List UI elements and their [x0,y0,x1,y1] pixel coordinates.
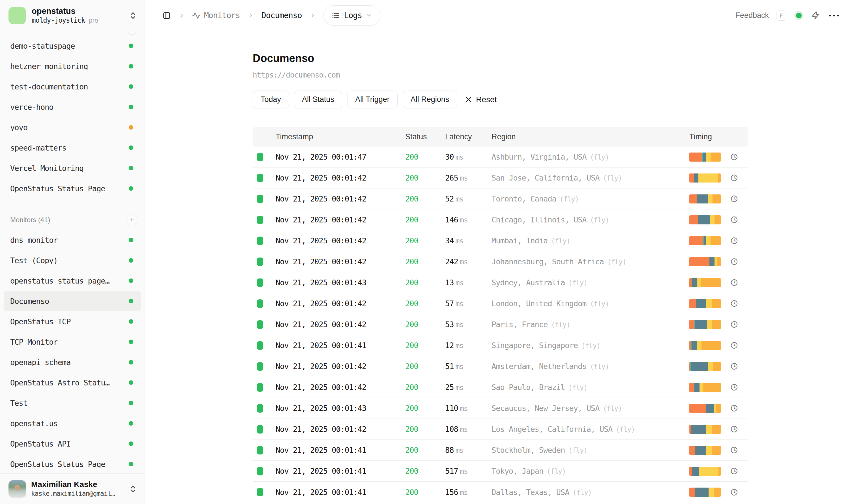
table-row[interactable]: Nov 21, 2025 00:01:41 200 156ms Dallas, … [253,482,748,503]
filter-trigger[interactable]: All Trigger [347,91,397,108]
sidebar-monitor-dns-monitor[interactable]: dns monitor [4,230,141,250]
timing-bar[interactable] [689,425,721,434]
timing-bar[interactable] [689,194,721,203]
table-row[interactable]: Nov 21, 2025 00:01:42 200 34ms Mumbai, I… [253,230,748,251]
sidebar-page-speed-matters[interactable]: speed-matters [4,138,141,158]
timing-bar[interactable] [689,404,721,413]
sidebar-monitor-openstatus-api[interactable]: OpenStatus API [4,434,141,454]
timing-bar[interactable] [689,215,721,224]
status-dot [129,401,133,405]
row-latency-value: 517 [445,467,458,475]
col-latency[interactable]: Latency [445,132,492,141]
filter-regions[interactable]: All Regions [403,91,457,108]
view-selector-logs[interactable]: Logs [323,5,380,26]
timing-bar[interactable] [689,299,721,308]
sidebar-monitor-openapi-schema[interactable]: openapi schema [4,352,141,373]
sidebar-toggle-icon[interactable] [163,12,171,19]
more-options-button[interactable] [827,13,840,18]
row-latency-value: 242 [445,257,458,266]
status-dot [129,258,133,263]
table-row[interactable]: Nov 21, 2025 00:01:42 200 57ms London, U… [253,293,748,314]
row-status-indicator [257,278,263,287]
col-timing[interactable]: Timing [689,132,748,141]
add-monitor-button[interactable] [126,215,137,225]
row-region: Chicago, Illinois, USA [492,215,587,224]
feedback-button[interactable]: Feedback [735,11,769,20]
table-row[interactable]: Nov 21, 2025 00:01:41 200 88ms Stockholm… [253,440,748,461]
timing-bar[interactable] [689,152,721,162]
sidebar-page-test-documentation[interactable]: test-documentation [4,76,141,97]
row-status-indicator [257,300,263,308]
col-timestamp[interactable]: Timestamp [275,132,405,141]
timing-bar[interactable] [689,362,721,371]
table-row[interactable]: Nov 21, 2025 00:01:42 200 146ms Chicago,… [253,210,748,230]
col-status[interactable]: Status [405,132,445,141]
breadcrumb-monitors[interactable]: Monitors [192,11,240,20]
zap-icon[interactable] [811,11,820,20]
sidebar-page-hetzner-monitoring[interactable]: hetzner monitoring [4,56,141,76]
sidebar-monitor-test-copy-[interactable]: Test (Copy) [4,250,141,271]
table-row[interactable]: Nov 21, 2025 00:01:42 200 25ms Sao Paulo… [253,377,748,398]
timing-bar[interactable] [689,320,721,329]
filter-date[interactable]: Today [253,91,289,108]
table-row[interactable]: Nov 21, 2025 00:01:42 200 265ms San Jose… [253,167,748,188]
workspace-switcher[interactable]: openstatus moldy-joystick pro [0,0,145,31]
chevrons-up-down-icon[interactable] [129,11,137,20]
user-email: kaske.maximilian@gmail… [31,490,115,497]
table-row[interactable]: Nov 21, 2025 00:01:42 200 52ms Toronto, … [253,188,748,210]
row-status-code: 200 [405,320,445,329]
row-latency-value: 53 [445,320,454,329]
col-region[interactable]: Region [492,132,689,141]
timing-segment-dns [689,383,694,392]
breadcrumb-monitor-name[interactable]: Documenso [262,11,302,20]
sidebar-monitor-tcp-monitor[interactable]: TCP Monitor [4,332,141,352]
table-row[interactable]: Nov 21, 2025 00:01:43 200 13ms Sydney, A… [253,272,748,293]
table-row[interactable]: Nov 21, 2025 00:01:43 200 110ms Secaucus… [253,398,748,419]
timing-bar[interactable] [689,488,721,497]
system-status-dot[interactable] [796,13,802,18]
sidebar-page-yoyo[interactable]: yoyo [4,117,141,138]
sidebar-page-openstatus-status-page[interactable]: OpenStatus Status Page [4,178,141,199]
sidebar-monitor-openstatus-status-page[interactable]: OpenStatus Status Page [4,454,141,474]
table-row[interactable]: Nov 21, 2025 00:01:42 200 51ms Amsterdam… [253,356,748,377]
chevrons-up-down-icon[interactable] [129,485,137,493]
timing-bar[interactable] [689,278,721,287]
sidebar-monitor-openstat-us[interactable]: openstat.us [4,413,141,434]
user-menu[interactable]: Maximilian Kaske kaske.maximilian@gmail… [0,473,145,504]
timing-bar[interactable] [689,236,721,245]
sidebar-page-verce-hono[interactable]: verce-hono [4,97,141,117]
row-timestamp: Nov 21, 2025 00:01:41 [275,467,405,475]
monitor-url: https://documenso.com [253,71,748,79]
table-row[interactable]: Nov 21, 2025 00:01:41 200 12ms Singapore… [253,335,748,356]
sidebar-monitor-documenso[interactable]: Documenso [4,291,141,311]
timing-segment-ttfb [706,425,712,434]
table-row[interactable]: Nov 21, 2025 00:01:42 200 108ms Los Ange… [253,419,748,440]
timing-bar[interactable] [689,446,721,455]
row-latency-unit: ms [460,258,468,266]
sidebar-monitor-openstatus-status-page-[interactable]: openstatus status page… [4,271,141,291]
row-region: San Jose, California, USA [492,174,599,182]
sidebar-page-vercel-monitoring[interactable]: Vercel Monitoring [4,158,141,178]
table-row[interactable]: Nov 21, 2025 00:01:42 200 242ms Johannes… [253,251,748,272]
timing-segment-tls [709,257,714,266]
timing-bar[interactable] [689,257,721,266]
timing-bar[interactable] [689,174,721,182]
row-provider: (fly) [607,258,626,266]
sidebar-page-demo-statuspage[interactable]: demo-statuspage [4,36,141,56]
status-pages-list: demo-statuspage hetzner monitoring test-… [0,31,145,199]
filter-status[interactable]: All Status [294,91,342,108]
table-row[interactable]: Nov 21, 2025 00:01:47 200 30ms Ashburn, … [253,147,748,167]
reset-filters-button[interactable]: Reset [465,95,497,104]
table-row[interactable]: Nov 21, 2025 00:01:42 200 53ms Paris, Fr… [253,314,748,335]
sidebar-monitor-openstatus-tcp[interactable]: OpenStatus TCP [4,311,141,332]
timing-bar[interactable] [689,467,721,476]
sidebar-monitor-openstatus-astro-statu-[interactable]: OpenStatus Astro Statu… [4,373,141,393]
timing-segment-ttfb [699,467,718,476]
timing-bar[interactable] [689,383,721,392]
sidebar-item-label: Test [10,399,124,407]
status-dot [129,125,133,130]
row-status-code: 200 [405,257,445,266]
sidebar-monitor-test[interactable]: Test [4,393,141,413]
timing-bar[interactable] [689,341,721,350]
table-row[interactable]: Nov 21, 2025 00:01:41 200 517ms Tokyo, J… [253,461,748,482]
